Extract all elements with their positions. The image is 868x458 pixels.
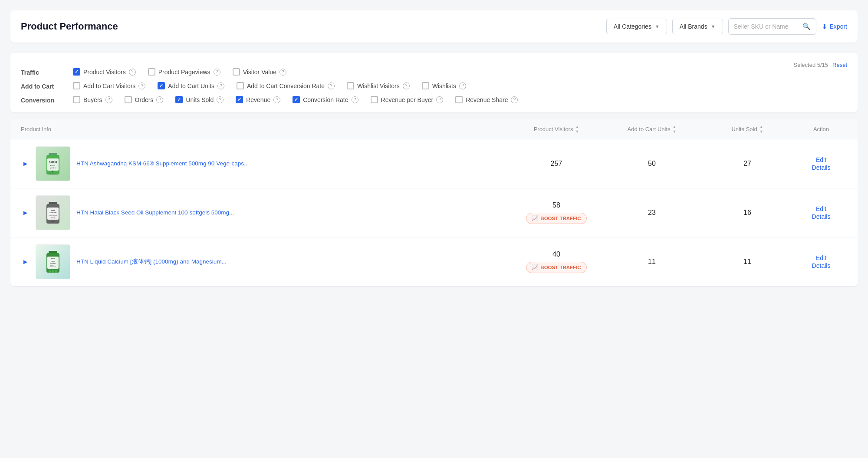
search-input[interactable] <box>734 23 799 30</box>
product-name-2[interactable]: HTN Halal Black Seed Oil Supplement 100 … <box>76 209 234 217</box>
filter-label-orders: Orders <box>135 96 154 103</box>
filter-option-units-sold[interactable]: Units Sold ? <box>175 96 224 103</box>
details-button-1[interactable]: Details <box>812 164 831 171</box>
boost-label-2: BOOST TRAFFIC <box>540 216 581 221</box>
boost-traffic-button-2[interactable]: 📈 BOOST TRAFFIC <box>526 213 586 224</box>
th-product-visitors[interactable]: Product Visitors ▲ ▼ <box>509 125 604 134</box>
edit-button-3[interactable]: Edit <box>816 254 826 261</box>
checkbox-revenue[interactable] <box>236 96 243 103</box>
th-add-to-cart-units[interactable]: Add to Cart Units ▲ ▼ <box>604 125 700 134</box>
export-button[interactable]: ⬇ Export <box>822 23 847 31</box>
svg-rect-16 <box>49 251 57 253</box>
checkbox-product-pageviews[interactable] <box>148 68 155 76</box>
svg-text:gandha: gandha <box>50 167 56 169</box>
filter-option-add-to-cart-visitors[interactable]: Add to Cart Visitors ? <box>73 82 145 89</box>
edit-button-2[interactable]: Edit <box>816 205 826 212</box>
filter-option-visitor-value[interactable]: Visitor Value ? <box>233 68 286 76</box>
boost-traffic-button-3[interactable]: 📈 BOOST TRAFFIC <box>526 262 586 273</box>
product-name-3[interactable]: HTN Liquid Calcium [液体钙] (1000mg) and Ma… <box>76 258 227 266</box>
sort-arrows-units-sold[interactable]: ▲ ▼ <box>760 125 763 134</box>
help-icon-revenue: ? <box>273 96 280 103</box>
svg-text:Vegecaps: Vegecaps <box>49 173 56 175</box>
search-box: 🔍 <box>728 18 816 35</box>
export-icon: ⬇ <box>822 23 827 31</box>
filter-option-revenue-share[interactable]: Revenue Share ? <box>455 96 518 103</box>
filter-label-add-to-cart-conversion-rate: Add to Cart Conversion Rate <box>247 82 325 89</box>
product-name-1[interactable]: HTN Ashwagandha KSM-66® Supplement 500mg… <box>76 160 249 168</box>
filter-option-revenue-per-buyer[interactable]: Revenue per Buyer ? <box>371 96 444 103</box>
chevron-down-icon: ▼ <box>711 24 716 29</box>
cell-inner-3: 40 📈 BOOST TRAFFIC <box>509 250 604 273</box>
filter-option-buyers[interactable]: Buyers ? <box>73 96 112 103</box>
sort-arrows-product-visitors[interactable]: ▲ ▼ <box>575 125 579 134</box>
checkbox-units-sold[interactable] <box>175 96 183 103</box>
filter-option-wishlists[interactable]: Wishlists ? <box>422 82 466 89</box>
svg-point-25 <box>55 270 57 273</box>
value-add-to-cart-1: 50 <box>648 160 656 167</box>
checkbox-conversion-rate[interactable] <box>293 96 300 103</box>
filter-option-revenue[interactable]: Revenue ? <box>236 96 280 103</box>
export-label: Export <box>830 23 847 30</box>
checkbox-add-to-cart-conversion-rate[interactable] <box>237 82 244 89</box>
product-bottle-icon-2: Black Seed Oil 100 softgels 500mg HTN <box>42 200 64 226</box>
reset-button[interactable]: Reset <box>832 62 847 68</box>
expand-button-1[interactable]: ▶ <box>21 161 30 167</box>
th-product-visitors-label: Product Visitors <box>534 126 573 132</box>
help-icon-units-sold: ? <box>217 96 224 103</box>
checkbox-buyers[interactable] <box>73 96 80 103</box>
action-links-2: Edit Details <box>795 205 847 220</box>
details-button-3[interactable]: Details <box>812 262 831 269</box>
checkbox-visitor-value[interactable] <box>233 68 240 76</box>
cell-units-sold-3: 11 <box>700 258 795 266</box>
filter-label-visitor-value: Visitor Value <box>243 69 276 76</box>
help-icon-conversion-rate: ? <box>352 96 358 103</box>
svg-text:HTN: HTN <box>51 221 55 223</box>
expand-button-3[interactable]: ▶ <box>21 259 30 265</box>
all-categories-dropdown[interactable]: All Categories ▼ <box>606 19 667 34</box>
th-units-sold[interactable]: Units Sold ▲ ▼ <box>700 125 795 134</box>
product-image-1: KSM-66 Ashwa- gandha 90 Vegecaps <box>36 146 70 181</box>
product-bottle-icon-3: HTN Liquid Calcium 1000mg <box>42 249 64 275</box>
action-cell-1: Edit Details <box>795 156 847 171</box>
checkbox-orders[interactable] <box>125 96 132 103</box>
expand-button-2[interactable]: ▶ <box>21 210 30 216</box>
checkbox-product-visitors[interactable] <box>73 68 80 76</box>
help-icon-product-visitors: ? <box>129 69 136 76</box>
help-icon-add-to-cart-conversion-rate: ? <box>328 82 335 89</box>
filter-option-add-to-cart-units[interactable]: Add to Cart Units ? <box>158 82 224 89</box>
filter-label-revenue-share: Revenue Share <box>466 96 508 103</box>
filter-option-add-to-cart-conversion-rate[interactable]: Add to Cart Conversion Rate ? <box>237 82 335 89</box>
checkbox-add-to-cart-visitors[interactable] <box>73 82 80 89</box>
filter-option-wishlist-visitors[interactable]: Wishlist Visitors ? <box>347 82 410 89</box>
filter-section-traffic: Traffic Product Visitors ? Product Pagev… <box>21 68 847 76</box>
filter-option-product-visitors[interactable]: Product Visitors ? <box>73 68 136 76</box>
filter-option-conversion-rate[interactable]: Conversion Rate ? <box>293 96 358 103</box>
checkbox-revenue-per-buyer[interactable] <box>371 96 378 103</box>
filter-section-add-to-cart: Add to Cart Add to Cart Visitors ? Add t… <box>21 82 847 90</box>
cell-add-to-cart-2: 23 <box>604 209 700 217</box>
action-links-1: Edit Details <box>795 156 847 171</box>
product-info-3: ▶ HTN Liquid Calcium 1000mg <box>21 244 509 279</box>
details-button-2[interactable]: Details <box>812 213 831 220</box>
help-icon-visitor-value: ? <box>279 69 286 76</box>
search-icon: 🔍 <box>802 23 811 30</box>
filter-option-product-pageviews[interactable]: Product Pageviews ? <box>148 68 220 76</box>
boost-icon-2: 📈 <box>532 215 538 221</box>
th-product-info: Product Info <box>21 125 509 134</box>
help-icon-orders: ? <box>156 96 163 103</box>
checkbox-wishlists[interactable] <box>422 82 429 89</box>
all-brands-dropdown[interactable]: All Brands ▼ <box>672 19 723 34</box>
sort-arrows-add-to-cart-units[interactable]: ▲ ▼ <box>673 125 677 134</box>
checkbox-wishlist-visitors[interactable] <box>347 82 354 89</box>
filter-label-conversion-rate: Conversion Rate <box>303 96 348 103</box>
cell-units-sold-1: 27 <box>700 160 795 168</box>
value-add-to-cart-2: 23 <box>648 209 656 216</box>
checkbox-add-to-cart-units[interactable] <box>158 82 165 89</box>
filter-option-orders[interactable]: Orders ? <box>125 96 164 103</box>
help-icon-buyers: ? <box>105 96 112 103</box>
edit-button-1[interactable]: Edit <box>816 156 826 163</box>
help-icon-revenue-share: ? <box>511 96 518 103</box>
page-title: Product Performance <box>21 21 118 32</box>
action-links-3: Edit Details <box>795 254 847 269</box>
checkbox-revenue-share[interactable] <box>455 96 463 103</box>
